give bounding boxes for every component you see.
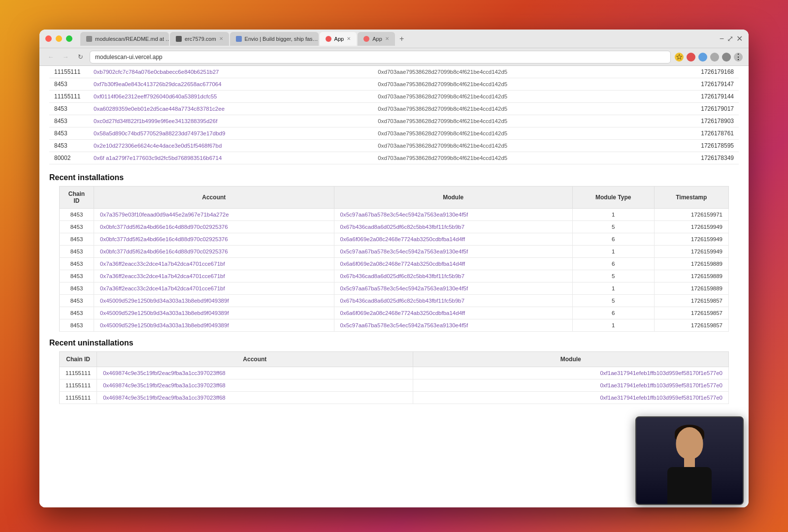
- module-cell[interactable]: 0x5c97aa67ba578e3c54ec5942a7563ea9130e4f…: [334, 319, 572, 332]
- table-row: 8453 0x45009d529e1250b9d34a303a13b8ebd9f…: [60, 319, 729, 332]
- shield-icon[interactable]: [710, 53, 719, 62]
- tab-favicon: [176, 36, 182, 42]
- tab-envio[interactable]: Envio | Build bigger, ship fas… ✕: [230, 32, 319, 46]
- chain-id-cell: 80002: [49, 152, 89, 164]
- minimize-button[interactable]: [56, 35, 62, 42]
- account-cell[interactable]: 0x469874c9e35c19fbf2eac9fba3a1cc397023ff…: [97, 379, 413, 392]
- table-row: 8453 0x7a3579e03f10feaad0d9a445e2a967e71…: [60, 209, 729, 221]
- table-row: 11155111 0xf0114f06e2312eeff7926040d640a…: [49, 91, 739, 103]
- bookmark-icon[interactable]: ☆: [675, 53, 684, 62]
- chain-id-cell: 8453: [60, 295, 94, 307]
- timestamp-cell: 1726159889: [654, 258, 728, 270]
- back-button[interactable]: ←: [45, 52, 56, 63]
- module-cell[interactable]: 0xf1ae317941efeb1ffb103d959ef58170f1e577…: [413, 392, 728, 404]
- account-cell[interactable]: 0x45009d529e1250b9d34a303a13b8ebd9f04938…: [94, 295, 334, 307]
- col-chain-id: Chain ID: [60, 352, 97, 367]
- window-minimize-icon[interactable]: −: [720, 34, 724, 43]
- account-cell[interactable]: 0x7a3579e03f10feaad0d9a445e2a967e71b4a27…: [94, 209, 334, 221]
- menu-icon[interactable]: ⋮: [734, 53, 743, 62]
- tx-hash-cell[interactable]: 0xb7902cfc7c784a076e0cbabecc6e840b6251b2…: [89, 66, 373, 78]
- tx-hash-cell[interactable]: 0x2e10d272306e6624c4e4dace3e0d51f5468f67…: [89, 140, 373, 152]
- module-type-cell: 1: [572, 319, 654, 332]
- tab-app2[interactable]: App ✕: [358, 32, 395, 46]
- module-cell[interactable]: 0x5c97aa67ba578e3c54ec5942a7563ea9130e4f…: [334, 246, 572, 258]
- tx-hash-cell[interactable]: 0xf7b30f9ea0e843c413726b29dca22658ac6770…: [89, 78, 373, 91]
- tx-hash-cell[interactable]: 0x6f a1a279f7e177603c9d2fc5bd768983516b6…: [89, 152, 373, 164]
- module-cell[interactable]: 0xf1ae317941efeb1ffb103d959ef58170f1e577…: [413, 367, 728, 379]
- timestamp-cell: 1726179168: [653, 66, 739, 78]
- module-cell[interactable]: 0x67b436cad8a6d025df6c82c5bb43fbf11fc5b9…: [334, 295, 572, 307]
- tab-label: Envio | Build bigger, ship fas…: [245, 36, 318, 42]
- chain-id-cell: 8453: [49, 78, 89, 91]
- module-cell[interactable]: 0x5c97aa67ba578e3c54ec5942a7563ea9130e4f…: [334, 209, 572, 221]
- table-row: 11155111 0x469874c9e35c19fbf2eac9fba3a1c…: [60, 379, 729, 392]
- tx-hash-cell[interactable]: 0xf0114f06e2312eeff7926040d640a53891dcfc…: [89, 91, 373, 103]
- module-cell[interactable]: 0x6a6f069e2a08c2468e7724ab3250cdbfba14d4…: [334, 233, 572, 246]
- chain-id-cell: 11155111: [60, 392, 97, 404]
- timestamp-cell: 1726159857: [654, 319, 728, 332]
- account-cell[interactable]: 0x45009d529e1250b9d34a303a13b8ebd9f04938…: [94, 319, 334, 332]
- chain-id-cell: 11155111: [49, 66, 89, 78]
- table-row: 11155111 0xb7902cfc7c784a076e0cbabecc6e8…: [49, 66, 739, 78]
- account-cell[interactable]: 0x0bfc377dd5f62a4bd66e16c4d88d970c029253…: [94, 246, 334, 258]
- account-cell[interactable]: 0x7a36ff2eacc33c2dce41a7b42dca4701cce671…: [94, 258, 334, 270]
- close-button[interactable]: [45, 35, 52, 42]
- module-cell[interactable]: 0x6a6f069e2a08c2468e7724ab3250cdbfba14d4…: [334, 307, 572, 319]
- tab-app-active[interactable]: App ✕: [320, 32, 357, 46]
- profile-icon[interactable]: [698, 53, 707, 62]
- address-input[interactable]: modulescan-ui.vercel.app: [90, 51, 671, 63]
- table-row: 11155111 0x469874c9e35c19fbf2eac9fba3a1c…: [60, 367, 729, 379]
- chain-id-cell: 11155111: [49, 91, 89, 103]
- uninstallations-thead: Chain ID Account Module: [60, 352, 729, 367]
- timestamp-cell: 1726159889: [654, 282, 728, 295]
- account-cell[interactable]: 0x0bfc377dd5f62a4bd66e16c4d88d970c029253…: [94, 221, 334, 233]
- maximize-button[interactable]: [66, 35, 72, 42]
- col-account: Account: [97, 352, 413, 367]
- table-row: 8453 0xa60289359e0eb01e2d5cae448a7734c83…: [49, 103, 739, 115]
- to-addr-cell: 0xd703aae79538628d27099b8c4f621be4ccd142…: [373, 78, 653, 91]
- tx-hash-cell[interactable]: 0xa60289359e0eb01e2d5cae448a7734c83781c2…: [89, 103, 373, 115]
- account-cell[interactable]: 0x7a36ff2eacc33c2dce41a7b42dca4701cce671…: [94, 270, 334, 282]
- module-type-cell: 1: [572, 282, 654, 295]
- col-module: Module: [413, 352, 728, 367]
- tx-hash-cell[interactable]: 0x58a5d890c74bd5770529a88223dd74973e17db…: [89, 127, 373, 140]
- timestamp-cell: 1726178595: [653, 140, 739, 152]
- module-cell[interactable]: 0xf1ae317941efeb1ffb103d959ef58170f1e577…: [413, 379, 728, 392]
- module-cell[interactable]: 0x5c97aa67ba578e3c54ec5942a7563ea9130e4f…: [334, 282, 572, 295]
- tab-close-icon[interactable]: ✕: [347, 36, 351, 41]
- module-cell[interactable]: 0x67b436cad8a6d025df6c82c5bb43fbf11fc5b9…: [334, 221, 572, 233]
- tab-modulescan[interactable]: modulescan/README.md at … ✕: [80, 32, 169, 46]
- account-cell[interactable]: 0x0bfc377dd5f62a4bd66e16c4d88d970c029253…: [94, 233, 334, 246]
- tab-close-icon[interactable]: ✕: [385, 36, 389, 41]
- download-icon[interactable]: [722, 53, 731, 62]
- account-cell[interactable]: 0x45009d529e1250b9d34a303a13b8ebd9f04938…: [94, 307, 334, 319]
- tab-erc7579[interactable]: erc7579.com ✕: [170, 32, 229, 46]
- module-cell[interactable]: 0x67b436cad8a6d025df6c82c5bb43fbf11fc5b9…: [334, 270, 572, 282]
- col-account: Account: [94, 187, 334, 209]
- window-close-icon[interactable]: ✕: [736, 34, 743, 43]
- tab-close-icon[interactable]: ✕: [219, 36, 223, 41]
- forward-button[interactable]: →: [60, 52, 71, 63]
- transactions-table: 11155111 0xb7902cfc7c784a076e0cbabecc6e8…: [49, 66, 739, 164]
- extensions-icon[interactable]: [687, 53, 695, 62]
- table-row: 8453 0xf7b30f9ea0e843c413726b29dca22658a…: [49, 78, 739, 91]
- to-addr-cell: 0xd703aae79538628d27099b8c4f621be4ccd142…: [373, 152, 653, 164]
- timestamp-cell: 1726178761: [653, 127, 739, 140]
- account-cell[interactable]: 0x469874c9e35c19fbf2eac9fba3a1cc397023ff…: [97, 367, 413, 379]
- refresh-button[interactable]: ↻: [75, 52, 86, 63]
- table-row: 8453 0x45009d529e1250b9d34a303a13b8ebd9f…: [60, 295, 729, 307]
- new-tab-button[interactable]: +: [396, 33, 408, 45]
- module-type-cell: 5: [572, 221, 654, 233]
- table-row: 80002 0x6f a1a279f7e177603c9d2fc5bd76898…: [49, 152, 739, 164]
- account-cell[interactable]: 0x469874c9e35c19fbf2eac9fba3a1cc397023ff…: [97, 392, 413, 404]
- window-resize-icon[interactable]: ⤢: [727, 34, 733, 43]
- timestamp-cell: 1726159889: [654, 270, 728, 282]
- browser-tabs: modulescan/README.md at … ✕ erc7579.com …: [80, 32, 703, 46]
- tab-label: erc7579.com: [185, 36, 216, 42]
- tx-hash-cell[interactable]: 0xc0d27fd34f822f1b4999e9f6ee3413288395d2…: [89, 115, 373, 127]
- table-row: 11155111 0x469874c9e35c19fbf2eac9fba3a1c…: [60, 392, 729, 404]
- tab-label: App: [372, 36, 382, 42]
- account-cell[interactable]: 0x7a36ff2eacc33c2dce41a7b42dca4701cce671…: [94, 282, 334, 295]
- table-row: 8453 0x2e10d272306e6624c4e4dace3e0d51f54…: [49, 140, 739, 152]
- module-cell[interactable]: 0x6a6f069e2a08c2468e7724ab3250cdbfba14d4…: [334, 258, 572, 270]
